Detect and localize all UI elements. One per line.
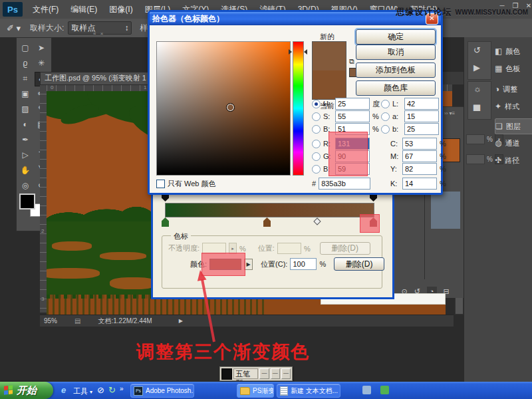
start-button[interactable]: 开始 [0,382,53,399]
crop-tool-icon[interactable]: ⌗ [19,72,32,85]
cyan-input[interactable] [402,138,437,150]
task-button-photoshop[interactable]: Ps Adobe Photosh... [130,384,194,398]
taskbar-icon[interactable] [380,386,389,394]
lab-a-input[interactable] [404,110,439,122]
current-color-swatch [313,70,346,99]
stop-location-input[interactable] [290,258,317,270]
black-input[interactable] [402,178,437,190]
eraser-tool-icon[interactable]: ▨ [19,102,32,116]
canvas-vertical-scrollbar[interactable] [455,296,464,315]
annotation-highlight-color-swatch [201,253,245,276]
taskbar-icon[interactable] [362,386,371,394]
panel-tab-layers[interactable]: ❏ 图层 [495,118,532,134]
move-tool-icon[interactable]: ➤ [35,41,48,55]
clone-stamp-tool-icon[interactable]: ▣ [19,87,32,100]
panel-tab-channels[interactable]: ◍ 通道 [495,136,532,150]
color-stop-middle[interactable] [263,217,271,227]
dodge-tool-icon[interactable]: ◐ [19,118,32,131]
magenta-input[interactable] [402,150,437,162]
panel-collapse-icon[interactable]: « × [93,31,104,37]
delete-stop-button[interactable]: 删除(D) [334,257,384,271]
brightness-radio[interactable] [312,125,321,134]
saturation-radio[interactable] [312,112,321,121]
panel-tab-swatches[interactable]: ▦ 色板 [495,61,532,76]
red-radio[interactable] [312,140,321,148]
web-colors-row: 只有 Web 颜色 [156,179,216,189]
history-panel-icon[interactable]: ↺ [473,45,481,55]
panel-header-icons[interactable]: ›› ▾≡ [444,110,455,116]
panel-tab-color[interactable]: ◧ 颜色 [495,44,532,59]
midpoint-diamond[interactable] [313,217,321,225]
lab-b-input[interactable] [404,123,439,135]
status-arrow-icon[interactable]: ▶ [179,318,183,324]
ime-button[interactable]: — [271,368,280,379]
saturation-input[interactable] [335,110,370,122]
restore-button[interactable]: ❐ [511,2,520,9]
web-only-checkbox[interactable] [156,180,165,188]
histogram-panel-icon[interactable]: ▅ [473,101,480,111]
zoom-tool-icon[interactable]: ◎ [19,179,32,192]
more-quicklaunch-icon[interactable]: » [120,385,124,392]
close-button[interactable]: ✕ [524,2,532,9]
document-tab[interactable]: 工作图.psd @ 95% (渐变映射 1 [40,72,162,85]
ime-mode-label[interactable]: 五笔型 [233,368,258,379]
status-flyout-icon[interactable]: ▤ [74,317,80,325]
rect-marquee-tool-icon[interactable]: ▢ [19,41,32,55]
foreground-color-swatch[interactable] [19,194,35,209]
magic-wand-tool-icon[interactable]: ✳ [35,57,48,70]
lasso-tool-icon[interactable]: ϱ [19,57,32,70]
hand-tool-icon[interactable]: ✋ [19,164,32,177]
gamut-warning-icon[interactable]: ⧉ [349,57,354,66]
hue-slider-arrow-right[interactable] [304,49,307,55]
yellow-row: Y: % [390,163,446,175]
tools-quicklaunch[interactable]: 工具 ▾ [73,386,92,396]
ime-icon[interactable] [221,368,232,380]
lab-l-radio[interactable] [381,100,390,108]
menu-item-image[interactable]: 图像(I) [103,0,138,19]
swatch-arrow-icon[interactable]: ▶ [244,259,253,270]
ie-quicklaunch-icon[interactable]: e [61,385,66,395]
block-quicklaunch-icon[interactable]: ⊘ [97,385,104,395]
path-selection-tool-icon[interactable]: ▷ [19,148,32,162]
menu-item-file[interactable]: 文件(F) [27,0,65,19]
hue-input[interactable] [335,98,370,110]
hex-input[interactable] [319,178,370,190]
gradient-preview-bar[interactable] [165,203,374,217]
ime-button[interactable]: — [281,368,291,379]
hue-radio[interactable] [312,100,321,108]
color-libraries-button[interactable]: 颜色库 [356,80,436,96]
color-stop-left[interactable] [162,217,169,227]
menu-item-edit[interactable]: 编辑(E) [65,0,103,19]
lab-b-radio[interactable] [381,125,390,134]
ime-toolbar[interactable]: 五笔型 — — — [219,366,293,381]
panel-tab-paths[interactable]: ✣ 路径 [495,153,532,168]
task-button-folder[interactable]: PS渐变映射的... [237,384,274,398]
value-box[interactable] [466,154,485,164]
minimize-button[interactable]: ─ [497,2,507,9]
hue-slider-arrow-left[interactable] [289,49,292,55]
black-row: K: % [390,178,446,190]
saturation-brightness-field[interactable] [156,41,291,176]
add-to-swatches-button[interactable]: 添加到色板 [356,63,436,78]
task-button-notepad[interactable]: 新建 文本文档... [277,384,340,398]
lab-l-input[interactable] [404,98,439,110]
adjust-panel-icon[interactable]: ☼ [473,84,481,94]
hue-slider[interactable] [293,41,304,176]
refresh-quicklaunch-icon[interactable]: ↻ [108,385,116,395]
pen-tool-icon[interactable]: ✒ [19,133,32,146]
cancel-button[interactable]: 取消 [356,45,436,60]
panel-tab-adjustments[interactable]: ◑ 调整 [495,82,532,96]
actions-panel-icon[interactable]: ▶ [473,63,480,72]
value-box[interactable] [466,134,485,144]
ime-button[interactable]: — [259,368,269,379]
panel-tab-styles[interactable]: ✦ 样式 [495,99,532,114]
yellow-input[interactable] [402,163,437,175]
zoom-level[interactable]: 95% [44,317,57,325]
lab-a-radio[interactable] [381,112,390,121]
ok-button[interactable]: 确定 [356,29,436,45]
styles-panel-icon: ✦ [495,102,501,111]
green-radio[interactable] [312,152,321,161]
blue-radio[interactable] [312,165,321,174]
eyedropper-option-icon[interactable]: ✐ ▾ [7,23,21,33]
color-field-marker[interactable] [226,103,235,112]
